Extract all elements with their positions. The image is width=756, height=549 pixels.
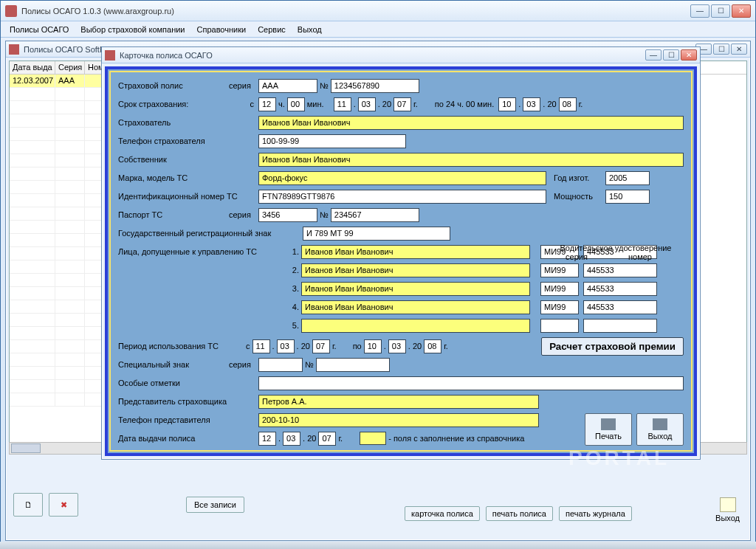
label-year-made: Год изгот. (554, 173, 605, 182)
label-use-period: Период использования ТС (118, 342, 244, 351)
label-ins-period: Срок страхования: (118, 100, 229, 108)
driver-license-number[interactable] (583, 282, 657, 296)
to-year-field[interactable] (559, 97, 577, 111)
driver-name-field[interactable] (301, 282, 530, 296)
window-icon (9, 44, 19, 55)
rep-phone-field[interactable] (258, 413, 539, 427)
driver-license-series[interactable] (540, 282, 579, 296)
menu-item[interactable]: Полисы ОСАГО (5, 24, 73, 35)
menu-item[interactable]: Выход (293, 24, 326, 35)
menu-item[interactable]: Сервис (253, 24, 290, 35)
print-policy-button[interactable]: печать полиса (486, 506, 553, 521)
use-from-month[interactable] (277, 339, 295, 353)
menubar: Полисы ОСАГО Выбор страховой компании Сп… (1, 21, 755, 38)
column-header[interactable]: Дата выда (10, 61, 55, 74)
label-vehicle: Марка, модель ТС (118, 173, 258, 182)
driver-name-field[interactable] (301, 300, 530, 314)
menu-item[interactable]: Справочники (193, 24, 251, 35)
driver-license-number[interactable] (583, 319, 657, 333)
from-day-field[interactable] (334, 97, 351, 111)
special-number-field[interactable] (316, 358, 390, 372)
maximize-button[interactable]: ☐ (711, 4, 730, 18)
calc-premium-button[interactable]: Расчет страховой премии (541, 337, 684, 356)
label-rep-phone: Телефон представителя (118, 415, 258, 424)
from-mm-field[interactable] (287, 97, 305, 111)
label-from: с (229, 100, 258, 108)
cell[interactable]: ААА (55, 75, 85, 88)
to-month-field[interactable] (523, 97, 540, 111)
use-to-day[interactable] (364, 339, 382, 353)
from-year-field[interactable] (394, 97, 411, 111)
use-to-year[interactable] (424, 339, 441, 353)
label-rep: Представитель страховщика (118, 397, 258, 406)
new-button[interactable]: 🗋 (13, 493, 43, 517)
vin-field[interactable] (258, 190, 546, 204)
close-button[interactable]: ✕ (681, 49, 697, 61)
use-to-month[interactable] (388, 339, 406, 353)
menu-item[interactable]: Выбор страховой компании (76, 24, 189, 35)
use-from-day[interactable] (252, 339, 270, 353)
use-from-year[interactable] (312, 339, 330, 353)
label-power: Мощность (554, 192, 605, 201)
delete-button[interactable]: ✖ (49, 493, 78, 517)
card-button[interactable]: карточка полиса (405, 506, 480, 521)
print-journal-button[interactable]: печать журнала (559, 506, 632, 521)
printer-icon (601, 418, 616, 430)
notes-field[interactable] (258, 376, 684, 390)
all-records-button[interactable]: Все записи (186, 497, 244, 513)
driver-license-series[interactable] (540, 263, 579, 277)
passport-series-field[interactable] (258, 208, 317, 222)
special-series-field[interactable] (258, 358, 303, 372)
insurer-phone-field[interactable] (258, 134, 406, 148)
document-icon: 🗋 (24, 500, 32, 509)
issue-month[interactable] (283, 432, 300, 446)
owner-field[interactable] (258, 153, 684, 167)
outer-titlebar: Полисы ОСАГО 1.0.3 (www.araxgroup.ru) — … (1, 1, 755, 21)
cell[interactable]: 12.03.2007 (10, 75, 55, 88)
year-made-field[interactable] (605, 171, 650, 185)
minimize-button[interactable]: — (645, 49, 662, 61)
label-notes: Особые отметки (118, 379, 258, 387)
label-until: по 24 ч. 00 мин. (435, 100, 494, 108)
delete-icon: ✖ (61, 500, 67, 510)
policy-number-field[interactable] (331, 79, 419, 93)
driver-name-field[interactable] (301, 319, 530, 333)
passport-number-field[interactable] (331, 208, 419, 222)
insurer-field[interactable] (258, 116, 684, 130)
exit-icon[interactable] (720, 497, 736, 512)
close-button[interactable]: ✕ (731, 44, 747, 55)
issue-day[interactable] (258, 432, 276, 446)
driver-license-series[interactable] (540, 319, 579, 333)
maximize-button[interactable]: ☐ (663, 49, 679, 61)
driver-license-series[interactable] (540, 300, 579, 314)
print-button[interactable]: Печать (585, 413, 632, 446)
vehicle-field[interactable] (258, 171, 546, 185)
to-day-field[interactable] (498, 97, 516, 111)
reg-plate-field[interactable] (303, 227, 450, 241)
from-month-field[interactable] (358, 97, 376, 111)
from-hh-field[interactable] (258, 97, 276, 111)
legend-text: - поля с заполнение из справочника (386, 434, 526, 443)
driver-name-field[interactable] (301, 263, 530, 277)
driver-license-number[interactable] (583, 300, 657, 314)
rep-field[interactable] (258, 395, 539, 409)
label-series: серия (229, 81, 258, 90)
driver-name-field[interactable] (301, 245, 530, 259)
policy-card-dialog: Карточка полиса ОСАГО — ☐ ✕ Страховой по… (101, 46, 701, 460)
label-owner: Собственник (118, 155, 258, 164)
window-title: Полисы ОСАГО 1.0.3 (www.araxgroup.ru) (21, 7, 690, 15)
maximize-button[interactable]: ☐ (713, 44, 729, 55)
minimize-button[interactable]: — (690, 4, 709, 18)
issue-year[interactable] (318, 432, 336, 446)
power-field[interactable] (605, 190, 650, 204)
exit-button[interactable]: Выход (636, 413, 684, 446)
legend-swatch (360, 432, 386, 445)
label-number: № (317, 81, 331, 90)
close-button[interactable]: ✕ (732, 4, 751, 18)
label-policy: Страховой полис (118, 81, 229, 90)
driver-license-number[interactable] (583, 263, 657, 277)
column-header[interactable]: Серия (55, 61, 85, 74)
policy-series-field[interactable] (258, 79, 317, 93)
label-drivers: Лица, допущенные к управлению ТС (118, 247, 288, 256)
label-insurer: Страхователь (118, 118, 258, 127)
